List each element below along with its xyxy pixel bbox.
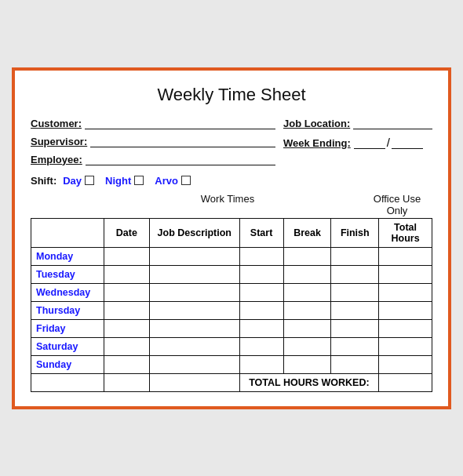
start-cell[interactable]	[239, 247, 283, 265]
shift-arvo-text: Arvo	[155, 175, 178, 187]
shift-label: Shift:	[31, 175, 57, 187]
shift-night-text: Night	[105, 175, 131, 187]
total-hours-label: TOTAL HOURS WORKED:	[239, 373, 379, 391]
col-header-day	[31, 218, 104, 247]
week-ending-year-line[interactable]	[392, 138, 423, 149]
table-row: Wednesday	[31, 283, 432, 301]
page-title: Weekly Time Sheet	[31, 85, 432, 105]
table-row: Monday	[31, 247, 432, 265]
day-name-cell: Friday	[31, 319, 104, 337]
finish-cell[interactable]	[331, 355, 379, 373]
week-ending-date-container: /	[354, 136, 423, 149]
jobdesc-cell[interactable]	[150, 265, 240, 283]
date-cell[interactable]	[104, 247, 149, 265]
day-name-cell: Wednesday	[31, 283, 104, 301]
total-cell[interactable]	[379, 319, 432, 337]
customer-label: Customer:	[31, 118, 82, 129]
job-location-label: Job Location:	[283, 118, 350, 129]
date-cell[interactable]	[104, 265, 149, 283]
week-ending-field-row: Week Ending: /	[283, 136, 432, 149]
total-hours-value[interactable]	[379, 373, 432, 391]
finish-cell[interactable]	[331, 265, 379, 283]
total-cell[interactable]	[379, 337, 432, 355]
table-row: Thursday	[31, 301, 432, 319]
day-name-text: Saturday	[36, 341, 78, 352]
jobdesc-cell[interactable]	[150, 283, 240, 301]
office-use-label: Office Use Only	[362, 193, 432, 216]
total-jobdesc-cell	[150, 373, 240, 391]
start-cell[interactable]	[239, 337, 283, 355]
finish-cell[interactable]	[331, 319, 379, 337]
total-row: TOTAL HOURS WORKED:	[31, 373, 432, 391]
employee-label: Employee:	[31, 154, 82, 165]
total-cell[interactable]	[379, 247, 432, 265]
start-cell[interactable]	[239, 283, 283, 301]
break-cell[interactable]	[283, 355, 331, 373]
start-cell[interactable]	[239, 301, 283, 319]
day-name-cell: Tuesday	[31, 265, 104, 283]
table-row: Friday	[31, 319, 432, 337]
break-cell[interactable]	[283, 265, 331, 283]
col-header-jobdesc: Job Description	[150, 218, 240, 247]
form-section: Customer: Supervisor: Employee: Job Loca…	[31, 118, 432, 172]
shift-option-arvo: Arvo	[155, 175, 191, 187]
col-header-date: Date	[104, 218, 149, 247]
col-header-finish: Finish	[331, 218, 379, 247]
table-header-row: Date Job Description Start Break Finish …	[31, 218, 432, 247]
start-cell[interactable]	[239, 265, 283, 283]
total-cell[interactable]	[379, 355, 432, 373]
col-header-total: TotalHours	[379, 218, 432, 247]
break-cell[interactable]	[283, 319, 331, 337]
total-date-cell	[104, 373, 149, 391]
date-cell[interactable]	[104, 355, 149, 373]
section-labels-row: Work Times Office Use Only	[31, 193, 432, 216]
supervisor-field-row: Supervisor:	[31, 136, 275, 147]
start-cell[interactable]	[239, 319, 283, 337]
employee-input-line[interactable]	[86, 154, 275, 165]
shift-option-night: Night	[105, 175, 144, 187]
jobdesc-cell[interactable]	[150, 247, 240, 265]
shift-day-checkbox[interactable]	[85, 176, 94, 185]
shift-arvo-checkbox[interactable]	[181, 176, 191, 185]
date-cell[interactable]	[104, 301, 149, 319]
week-ending-label: Week Ending:	[283, 137, 351, 149]
job-location-field-row: Job Location:	[283, 118, 432, 129]
day-name-cell: Sunday	[31, 355, 104, 373]
break-cell[interactable]	[283, 283, 331, 301]
table-row: Saturday	[31, 337, 432, 355]
customer-input-line[interactable]	[85, 118, 275, 129]
table-body: Monday Tuesday Wednesday Thursday	[31, 247, 432, 391]
jobdesc-cell[interactable]	[150, 337, 240, 355]
total-cell[interactable]	[379, 283, 432, 301]
finish-cell[interactable]	[331, 283, 379, 301]
day-name-text: Monday	[36, 251, 73, 262]
day-name-text: Thursday	[36, 305, 80, 316]
week-ending-month-line[interactable]	[354, 138, 385, 149]
date-cell[interactable]	[104, 283, 149, 301]
jobdesc-cell[interactable]	[150, 301, 240, 319]
supervisor-input-line[interactable]	[90, 136, 275, 147]
work-times-label: Work Times	[31, 193, 362, 216]
shift-night-checkbox[interactable]	[134, 176, 144, 185]
shift-row: Shift: Day Night Arvo	[31, 175, 432, 187]
break-cell[interactable]	[283, 301, 331, 319]
finish-cell[interactable]	[331, 301, 379, 319]
jobdesc-cell[interactable]	[150, 319, 240, 337]
break-cell[interactable]	[283, 337, 331, 355]
finish-cell[interactable]	[331, 247, 379, 265]
table-row: Tuesday	[31, 265, 432, 283]
finish-cell[interactable]	[331, 337, 379, 355]
date-cell[interactable]	[104, 319, 149, 337]
jobdesc-cell[interactable]	[150, 355, 240, 373]
date-cell[interactable]	[104, 337, 149, 355]
start-cell[interactable]	[239, 355, 283, 373]
timesheet-table: Date Job Description Start Break Finish …	[31, 218, 432, 392]
total-cell[interactable]	[379, 265, 432, 283]
col-header-start: Start	[239, 218, 283, 247]
break-cell[interactable]	[283, 247, 331, 265]
job-location-input-line[interactable]	[353, 118, 432, 129]
col-header-break: Break	[283, 218, 331, 247]
total-cell[interactable]	[379, 301, 432, 319]
shift-option-day: Day	[63, 175, 94, 187]
day-name-text: Friday	[36, 323, 66, 334]
